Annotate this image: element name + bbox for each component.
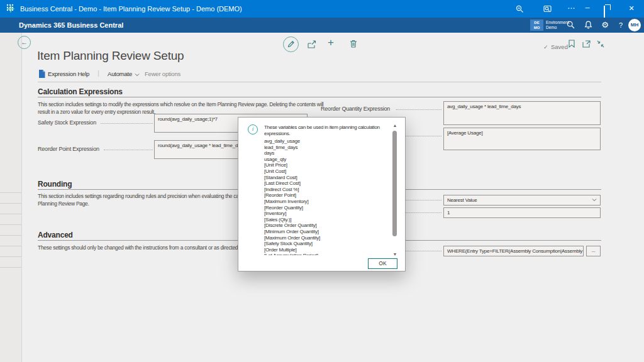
variable-item: [Minimum Order Quantity]: [264, 229, 376, 235]
variable-item: [Standard Cost]: [264, 175, 376, 181]
entry-filter-input[interactable]: WHERE(Entry Type=FILTER(Assembly Consump…: [443, 246, 584, 256]
calc-description-line1: This section includes settings to modify…: [38, 101, 323, 107]
reorder-point-label: Reorder Point Expression: [38, 146, 99, 152]
variable-item: [Last Direct Cost]: [264, 180, 376, 187]
variable-item: [Order Multiple]: [264, 247, 376, 253]
window-title: Business Central - Demo - Item Planning …: [20, 0, 242, 18]
section-heading-calculation: Calculation Expressions: [38, 87, 123, 96]
record-list-rows: [0, 182, 21, 268]
variable-item: days: [264, 150, 376, 156]
scroll-down-icon[interactable]: ▼: [391, 252, 399, 256]
variable-item: avg_daily_usage: [264, 138, 376, 145]
new-button[interactable]: +: [328, 36, 334, 49]
variable-item: [Discrete Order Quantity]: [264, 222, 376, 229]
variable-item: [Inventory]: [264, 211, 376, 217]
variable-item: lead_time_days: [264, 145, 376, 151]
dialog-message-line1: These variables can be used in item plan…: [264, 124, 380, 130]
variable-item: [Reorder Quantity]: [264, 205, 376, 211]
assist-edit-button[interactable]: ...: [586, 246, 601, 256]
field-leader: [101, 123, 153, 124]
expression-help-doc-icon: [38, 70, 45, 78]
variable-item: [Maximum Order Quantity]: [264, 235, 376, 241]
settings-gear-icon[interactable]: ⚙: [600, 18, 610, 33]
scroll-thumb[interactable]: [392, 131, 397, 236]
variable-item: [Safety Stock Quantity]: [264, 241, 376, 247]
close-button[interactable]: ✕: [625, 0, 638, 18]
check-icon: ✓: [543, 44, 548, 50]
variable-item: [Lot Accumulation Period]: [264, 253, 376, 255]
avatar[interactable]: MH: [628, 19, 641, 31]
scroll-up-icon[interactable]: ▲: [391, 123, 399, 128]
share-icon[interactable]: [308, 40, 316, 48]
chevron-down-icon[interactable]: [135, 73, 140, 77]
help-icon[interactable]: ?: [617, 18, 625, 33]
product-name[interactable]: Dynamics 365 Business Central: [19, 18, 123, 33]
bookmark-icon[interactable]: [569, 40, 575, 48]
title-bar: Business Central - Demo - Item Planning …: [0, 0, 644, 18]
actionbar-divider: [38, 82, 601, 82]
section-rule: [38, 97, 601, 97]
menu-divider: |: [97, 69, 99, 77]
collapse-icon[interactable]: [597, 40, 604, 48]
saved-label: Saved: [551, 43, 568, 50]
variable-item: [Sales (Qty.)]: [264, 217, 376, 223]
waffle-icon[interactable]: [6, 4, 14, 11]
notifications-bell-icon[interactable]: [584, 21, 592, 29]
rounding-rule-select[interactable]: Nearest Value: [443, 195, 601, 206]
chevron-down-icon: [592, 198, 597, 202]
rounding-precision-input[interactable]: 1: [443, 207, 601, 218]
pencil-icon: [287, 40, 295, 48]
dialog-scrollbar[interactable]: ▲ ▼: [391, 123, 399, 256]
search-window-icon[interactable]: [543, 5, 552, 13]
reorder-qty-label: Reorder Quantity Expression: [321, 106, 390, 112]
restore-button[interactable]: [604, 6, 605, 18]
more-options-icon[interactable]: ⋯: [565, 0, 577, 18]
field-leader: [104, 150, 153, 150]
rounding-description-line2: Planning Review Page.: [38, 200, 89, 207]
safety-stock-label: Safety Stock Expression: [38, 119, 96, 126]
average-usage-input[interactable]: [Average Usage]: [443, 128, 601, 150]
section-heading-rounding: Rounding: [38, 180, 72, 189]
saved-indicator: ✓ Saved: [543, 40, 568, 52]
dialog-message-line2: expressions.: [264, 131, 290, 136]
back-button[interactable]: ←: [18, 36, 31, 49]
automate-button[interactable]: Automate: [108, 70, 132, 77]
page-title: Item Planning Review Setup: [37, 49, 184, 63]
variables-dialog: i These variables can be used in item pl…: [238, 117, 406, 272]
rounding-rule-value: Nearest Value: [447, 197, 477, 203]
edit-button[interactable]: [283, 36, 299, 52]
variable-item: [Unit Price]: [264, 162, 376, 168]
badge-line1: DE: [530, 20, 543, 25]
environment-badge[interactable]: DE MO: [530, 19, 543, 31]
variable-item: usage_qty: [264, 156, 376, 163]
variable-item: [Reorder Point]: [264, 192, 376, 199]
field-leader: [396, 109, 441, 110]
variable-item: [Unit Cost]: [264, 168, 376, 175]
record-list-strip: [0, 33, 22, 362]
rounding-description-line1: This section includes settings regarding…: [38, 193, 250, 199]
info-icon: i: [248, 124, 258, 134]
fewer-options-button[interactable]: Fewer options: [145, 70, 180, 77]
delete-trash-icon[interactable]: [350, 40, 357, 48]
advanced-description: These settings should only be changed wi…: [38, 244, 251, 251]
section-heading-advanced: Advanced: [38, 231, 73, 239]
zoom-out-icon[interactable]: [516, 5, 524, 13]
reorder-qty-input[interactable]: avg_daily_usage * lead_time_days: [443, 101, 601, 125]
open-in-window-icon[interactable]: [582, 40, 591, 48]
search-icon[interactable]: [567, 21, 575, 29]
badge-line2: MO: [530, 25, 543, 30]
ok-button[interactable]: OK: [368, 258, 397, 269]
minimize-button[interactable]: ─: [581, 0, 594, 18]
calc-description-line2: result in a zero value for every entry e…: [38, 109, 155, 115]
variable-item: [Maximum Inventory]: [264, 199, 376, 205]
variable-item: [Indirect Cost %]: [264, 187, 376, 193]
variables-list: avg_daily_usagelead_time_daysdaysusage_q…: [264, 138, 376, 255]
expression-help-button[interactable]: Expression Help: [48, 70, 89, 77]
